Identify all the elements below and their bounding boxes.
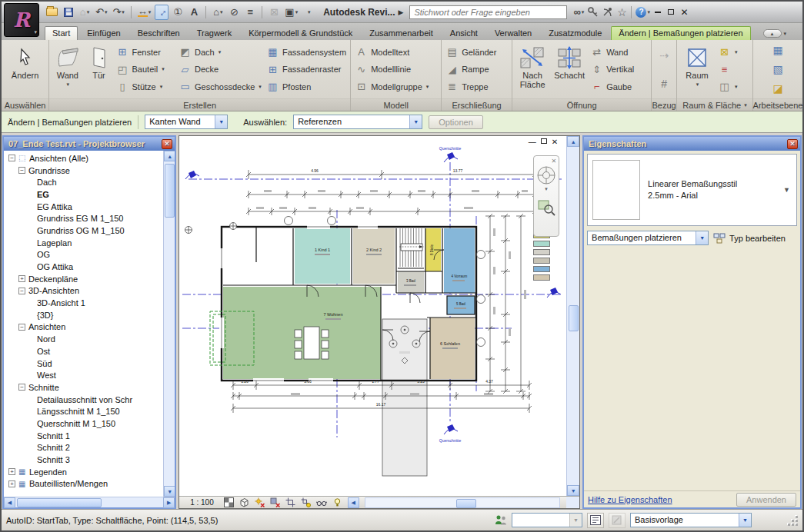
help-button[interactable]: ?▾ [634,5,652,20]
customize-qat-button[interactable]: ▾ [302,5,315,20]
panel-label[interactable]: Öffnung [512,98,651,111]
scrollbar-thumb[interactable] [17,498,102,507]
panel-label[interactable]: Erschließung [442,98,512,111]
reveal-hidden-elements-icon[interactable] [332,497,342,507]
tree-item[interactable]: −⬚Ansichten (Alle) [4,152,163,165]
search-button[interactable]: ∞▾ [572,5,585,20]
tree-item[interactable]: +▦Legenden [4,466,163,478]
navbar-close-icon[interactable]: ✕ [551,158,556,165]
application-menu-button[interactable]: R▾ [4,3,39,37]
scroll-down-icon[interactable]: ▼ [164,486,175,497]
expand-icon[interactable]: + [8,480,15,487]
tree-item[interactable]: Dach [4,176,163,188]
scrollbar-thumb[interactable] [165,164,175,218]
sun-path-off-icon[interactable] [255,497,265,507]
visual-style-icon[interactable] [239,497,249,507]
type-selector[interactable]: Linearer Bemaßungsstil 2.5mm - Arial ▼ [587,154,797,226]
model-line-button[interactable]: ∿Modelllinie [355,62,437,78]
crop-region-visibility-icon[interactable] [301,497,311,507]
section-button[interactable]: ⊘ [227,5,241,20]
ramp-button[interactable]: ◢Rampe [445,62,508,78]
properties-help-link[interactable]: Hilfe zu Eigenschaften [588,495,672,504]
worksets-dropdown[interactable]: ▼ [512,513,582,527]
tree-item[interactable]: Lageplan [4,237,163,249]
collapse-icon[interactable]: − [18,324,25,331]
scroll-up-icon[interactable]: ▲ [164,151,175,161]
view-restore-icon[interactable] [541,138,547,144]
curtain-system-button[interactable]: ▦Fassadensystem [266,44,346,60]
close-icon[interactable]: ✕ [787,139,798,149]
detail-level-icon[interactable] [224,497,234,507]
room-label-bad5[interactable]: 5 Bad [456,302,465,306]
room-tag-button[interactable]: ⊠▾ [718,44,749,60]
close-button[interactable]: ✕ [678,6,691,18]
tree-item[interactable]: −Grundrisse [4,165,163,177]
design-option-dropdown[interactable]: Basisvorlage ▼ [630,513,752,527]
door-button[interactable]: Tür [85,42,113,97]
thin-lines-button[interactable]: ≡ [243,5,257,20]
tab-beschriften[interactable]: Beschriften [130,26,188,40]
show-work-plane-button[interactable]: ▦ [769,42,787,58]
tab-einfügen[interactable]: Einfügen [79,26,128,40]
temporary-hide-isolate-icon[interactable] [316,497,327,507]
reference-line-button[interactable]: ⇢ [655,47,673,64]
component-button[interactable]: ◰Bauteil▾ [116,62,175,78]
room-label-kind1[interactable]: 1 Kind 1 [315,248,330,252]
chevron-down-icon[interactable]: ▼ [783,186,790,194]
tree-item[interactable]: Schnitt 2 [4,442,163,454]
wall-button[interactable]: Wand ▾ [52,42,83,97]
project-browser-titlebar[interactable]: 07_Ende Test.rvt - Projektbrowser ✕ [4,137,175,151]
favorites-button[interactable]: ☆ [615,5,629,20]
reference-plane-button[interactable]: # [655,75,673,92]
work-plane-viewer-button[interactable]: ▧ [769,61,787,78]
dim-label[interactable]: 1.77 [372,379,379,384]
navigation-bar[interactable]: ✕ ▼ [533,155,559,237]
view-close-icon[interactable]: ✕ [552,138,558,146]
steering-wheel-icon[interactable] [535,165,557,186]
tree-item[interactable]: −3D-Ansichten [4,285,163,298]
navbar-dropdown-icon[interactable]: ▼ [544,187,549,191]
dim-label[interactable]: 13.77 [453,168,463,173]
ceiling-button[interactable]: ▱Decke [178,62,262,78]
tree-item[interactable]: Ost [4,345,163,357]
room-separator-button[interactable]: ◫▾ [718,78,749,95]
dim-label-total[interactable]: 16.17 [376,402,386,407]
room-button[interactable]: Raum ▾ [679,42,715,97]
tree-item[interactable]: EG [4,188,163,201]
redo-button[interactable]: ↷▾ [111,5,125,20]
tab-start[interactable]: Start [45,26,78,40]
tree-item[interactable]: 3D-Ansicht 1 [4,297,163,309]
room-label-vorraum[interactable]: 4 Vorraum [452,274,468,278]
model-group-button[interactable]: ⊡Modellgruppe▾ [355,78,437,95]
room-label-kind2[interactable]: 2 Kind 2 [366,248,382,252]
floor-button[interactable]: ▭Geschossdecke▾ [178,78,262,95]
collapse-icon[interactable]: − [8,155,15,161]
scrollbar-thumb[interactable] [569,305,579,331]
properties-filter-dropdown[interactable]: Bemaßungen platzieren ▼ [587,231,709,245]
room-label-diele[interactable]: 8 Diele [430,244,434,256]
panel-label[interactable]: Bezug [652,98,676,111]
tree-item[interactable]: {3D} [4,309,163,321]
scroll-left-icon[interactable]: ◀ [348,497,359,508]
dormer-button[interactable]: ⌐Gaube [590,78,647,95]
scroll-left-icon[interactable]: ◀ [4,497,15,508]
tree-item[interactable]: −Schnitte [4,381,163,394]
tree-item[interactable]: OG [4,249,163,261]
tab-körpermodell-grundstück[interactable]: Körpermodell & Grundstück [241,26,360,40]
shaft-button[interactable]: Schacht [552,42,587,97]
tree-item[interactable]: Süd [4,357,163,370]
tree-item[interactable]: Nord [4,333,163,345]
drawing-area[interactable]: Querschnitte Querschnitte [178,135,580,509]
tab-tragwerk[interactable]: Tragwerk [189,26,239,40]
modify-button[interactable]: Ändern [8,42,43,97]
panel-label[interactable]: Raum & Fläche▾ [677,98,752,111]
pick-mode-dropdown[interactable]: Kanten Wand ▼ [145,115,228,129]
scale-button[interactable]: 1 : 100 [190,498,214,507]
help-search-input[interactable] [409,5,567,19]
zoom-tool-icon[interactable] [536,197,556,217]
scroll-up-icon[interactable]: ▲ [567,136,579,147]
curtain-grid-button[interactable]: ⊞Fassadenraster [266,62,346,78]
undo-button[interactable]: ↶▾ [94,5,108,20]
browser-vertical-scrollbar[interactable]: ▲ ▼ [163,151,175,497]
close-icon[interactable]: ✕ [162,139,172,149]
